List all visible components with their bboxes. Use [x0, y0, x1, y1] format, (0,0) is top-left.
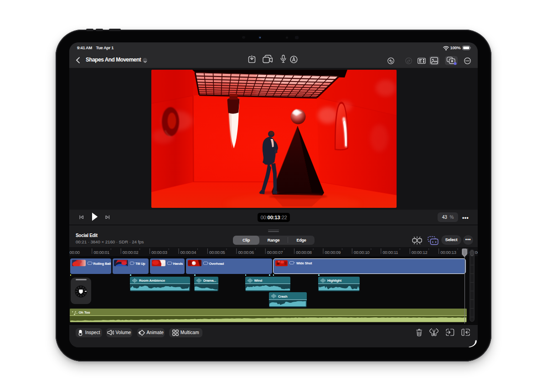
svg-text:00:00:01: 00:00:01 [93, 250, 109, 254]
svg-text:00:00:02: 00:00:02 [123, 250, 139, 254]
svg-text:00:00:10: 00:00:10 [354, 250, 370, 254]
svg-text:00:00:03: 00:00:03 [151, 250, 167, 254]
svg-text:00:00:09: 00:00:09 [325, 250, 341, 254]
svg-text:00:00:12: 00:00:12 [412, 250, 428, 254]
svg-text:00:00:13: 00:00:13 [440, 250, 456, 254]
svg-text:00:00:04: 00:00:04 [181, 250, 196, 254]
svg-text:00:00:05: 00:00:05 [209, 250, 225, 254]
svg-text:00:00: 00:00 [70, 250, 80, 254]
svg-text:00:00:07: 00:00:07 [267, 250, 283, 254]
svg-text:00:00:06: 00:00:06 [238, 250, 254, 254]
svg-text:00:00:08: 00:00:08 [296, 250, 312, 254]
svg-text:00:00:11: 00:00:11 [382, 250, 398, 254]
